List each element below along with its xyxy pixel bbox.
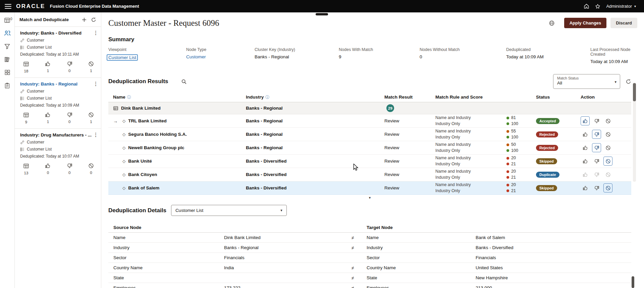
drag-handle[interactable] bbox=[316, 13, 328, 15]
worklist-icon[interactable]: 0 bbox=[4, 17, 10, 23]
card-node-type: Customer bbox=[27, 89, 44, 94]
page-title: Customer Master - Request 6096 bbox=[108, 18, 549, 28]
reject-button[interactable] bbox=[592, 183, 601, 192]
result-row[interactable]: ◇Bank Unité Banks - Diversified Review N… bbox=[108, 155, 631, 168]
skip-button[interactable] bbox=[603, 183, 612, 192]
card-viewpoint: Customer List bbox=[27, 96, 52, 101]
field-value: Banks - Regional bbox=[255, 54, 339, 59]
user-menu[interactable]: Administrator ▾ bbox=[606, 4, 636, 9]
skip-button[interactable] bbox=[603, 116, 612, 125]
home-icon[interactable] bbox=[584, 3, 589, 9]
card-title: Industry: Banks - Regional bbox=[20, 81, 97, 87]
accepted-count: 1 bbox=[47, 69, 49, 73]
not-equal-icon: ≠ bbox=[352, 275, 367, 281]
result-row-selected[interactable]: ◇Bank of Salem Banks - Diversified Revie… bbox=[108, 181, 631, 195]
search-icon[interactable] bbox=[181, 79, 187, 84]
discard-button[interactable]: Discard bbox=[610, 18, 637, 28]
info-icon[interactable]: ⓘ bbox=[265, 95, 269, 99]
status-badge: Rejected bbox=[536, 145, 558, 151]
match-rule: Industry Only bbox=[435, 134, 460, 140]
library-icon[interactable] bbox=[4, 56, 10, 63]
favorites-star-icon[interactable] bbox=[595, 4, 600, 9]
col-name: Name bbox=[113, 95, 125, 100]
accept-button[interactable] bbox=[581, 116, 590, 125]
result-row[interactable]: →◇TRL Bank Limited Banks - Regional Revi… bbox=[108, 114, 631, 128]
reject-button[interactable] bbox=[592, 116, 601, 125]
skip-button[interactable] bbox=[603, 143, 612, 152]
reject-button[interactable] bbox=[592, 130, 601, 139]
viewpoint-select[interactable]: Customer List ▾ bbox=[171, 205, 287, 216]
refresh-results-icon[interactable] bbox=[626, 79, 631, 84]
result-row[interactable]: ◇Segura Banco Holding S.A. Banks - Regio… bbox=[108, 128, 631, 141]
node-diamond-icon: ◇ bbox=[122, 146, 125, 150]
node-type-link[interactable]: Customer bbox=[186, 54, 206, 59]
kebab-menu-icon[interactable]: ⋮ bbox=[93, 81, 98, 87]
kebab-menu-icon[interactable]: ⋮ bbox=[93, 30, 98, 36]
col-match-result: Match Result bbox=[384, 95, 435, 100]
dedup-card[interactable]: Industry: Drug Manufacturers - ... ⋮ Cus… bbox=[15, 128, 101, 179]
status-badge: Accepted bbox=[536, 118, 559, 124]
property-label: Name bbox=[113, 235, 224, 240]
match-rule: Industry Only bbox=[435, 148, 460, 154]
target-value: 213,000 bbox=[476, 285, 631, 288]
match-status-select[interactable]: Match Status All ▾ bbox=[553, 74, 620, 89]
source-value: Banks - Regional bbox=[224, 245, 352, 250]
hamburger-menu-icon[interactable] bbox=[5, 4, 11, 9]
match-score: 100 bbox=[511, 134, 518, 140]
result-row[interactable]: ◇Newell Banking Group plc Banks - Region… bbox=[108, 141, 631, 155]
refresh-icon[interactable] bbox=[91, 17, 96, 22]
panel-title: Match and Deduplicate bbox=[19, 17, 77, 22]
accept-button[interactable] bbox=[581, 157, 590, 166]
add-icon[interactable] bbox=[82, 17, 87, 22]
accept-button[interactable] bbox=[581, 130, 590, 139]
results-scrollbar-thumb[interactable] bbox=[633, 83, 636, 101]
kebab-menu-icon[interactable]: ⋮ bbox=[93, 132, 98, 138]
card-viewpoint: Customer List bbox=[27, 45, 52, 50]
globe-icon[interactable] bbox=[549, 20, 555, 26]
not-equal-icon: ≠ bbox=[352, 265, 367, 271]
viewpoint-select-value: Customer List bbox=[175, 208, 203, 213]
accept-button bbox=[581, 170, 590, 179]
viewpoint-link[interactable]: Customer List bbox=[107, 54, 138, 61]
dashboard-grid-icon[interactable] bbox=[4, 69, 10, 76]
summary-heading: Summary bbox=[108, 36, 644, 43]
dedup-card-selected[interactable]: Industry: Banks - Regional ⋮ Customer Cu… bbox=[15, 77, 101, 128]
summary-field: Cluster Key (Industry) Banks - Regional bbox=[255, 47, 339, 64]
node-industry: Banks - Regional bbox=[246, 118, 384, 123]
summary-field: Deduplicated Today at 10:09 AM bbox=[506, 47, 590, 64]
clipboard-icon[interactable] bbox=[4, 82, 10, 89]
accept-button[interactable] bbox=[581, 183, 590, 192]
results-table: Nameⓘ Industryⓘ Match Result Match Rule … bbox=[108, 92, 631, 195]
score-dot-red bbox=[506, 189, 509, 192]
property-label: Industry bbox=[367, 245, 476, 250]
expand-more-chevron-icon[interactable]: ▼ bbox=[368, 196, 371, 199]
thumbs-up-icon bbox=[45, 61, 51, 67]
skip-button[interactable] bbox=[603, 157, 612, 166]
reject-button[interactable] bbox=[592, 143, 601, 152]
reject-button[interactable] bbox=[592, 157, 601, 166]
summary-field: Node Type Customer bbox=[186, 47, 255, 64]
summary-field: Nodes Without Match 0 bbox=[420, 47, 506, 64]
not-equal-icon: ≠ bbox=[352, 245, 367, 250]
skipped-count: 1 bbox=[90, 69, 92, 73]
compare-row: State ≠ State New Hampshire bbox=[108, 273, 631, 283]
match-deduplicate-icon[interactable] bbox=[4, 30, 11, 37]
details-scrollbar-thumb[interactable] bbox=[632, 276, 634, 288]
viewpoint-icon bbox=[20, 45, 24, 50]
skip-button[interactable] bbox=[603, 130, 612, 139]
result-row-cluster[interactable]: Dink Bank Limited Banks - Regional 29 bbox=[108, 102, 631, 114]
node-industry: Banks - Diversified bbox=[246, 159, 384, 164]
cluster-icon bbox=[113, 106, 118, 111]
accept-button[interactable] bbox=[581, 143, 590, 152]
source-value: 173,222 bbox=[224, 285, 352, 288]
source-value: Dink Bank Limited bbox=[224, 235, 352, 240]
info-icon[interactable]: ⓘ bbox=[127, 95, 131, 99]
dedup-card[interactable]: Industry: Banks - Diversified ⋮ Customer… bbox=[15, 26, 101, 77]
card-dedup-time: Deduplicated: Today at 10:09 AM bbox=[20, 103, 97, 108]
node-name: Segura Banco Holding S.A. bbox=[128, 132, 187, 137]
filter-icon[interactable] bbox=[4, 43, 10, 50]
rejected-count: 0 bbox=[68, 120, 70, 124]
result-row[interactable]: ◇Bank Citoyen Banks - Diversified Review… bbox=[108, 168, 631, 181]
apply-changes-button[interactable]: Apply Changes bbox=[564, 18, 607, 28]
node-diamond-icon: ◇ bbox=[122, 119, 125, 123]
